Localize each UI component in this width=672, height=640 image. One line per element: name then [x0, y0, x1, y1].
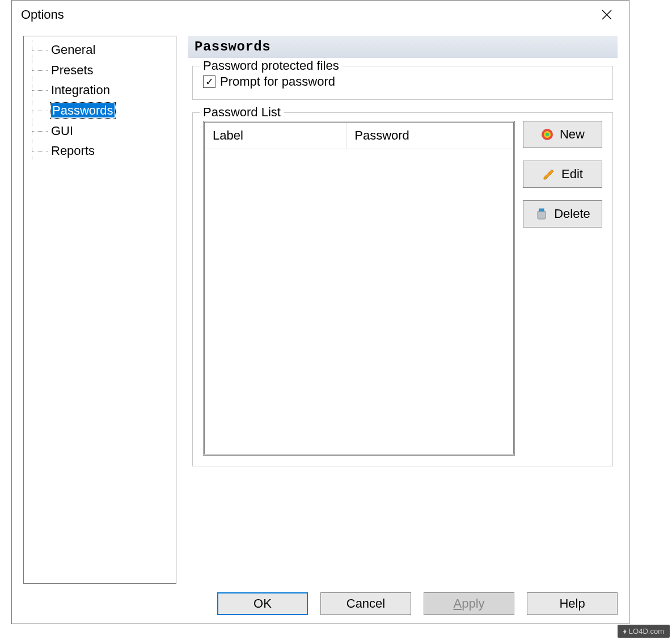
delete-button[interactable]: Delete — [523, 200, 602, 228]
panel-body: Password protected files ✓ Prompt for pa… — [188, 58, 618, 584]
close-icon — [602, 10, 612, 20]
svg-rect-6 — [539, 209, 544, 211]
ok-button[interactable]: OK — [217, 592, 308, 615]
checkbox-label: Prompt for password — [220, 74, 335, 89]
tree-item-reports[interactable]: Reports — [28, 141, 171, 161]
options-tree: General Presets Integration Passwords GU… — [23, 36, 176, 584]
group-password-protected: Password protected files ✓ Prompt for pa… — [192, 66, 613, 100]
panel-heading: Passwords — [188, 36, 618, 58]
tree-item-presets[interactable]: Presets — [28, 60, 171, 81]
group-legend: Password protected files — [200, 58, 343, 73]
password-table[interactable]: Label Password — [203, 121, 515, 456]
new-button[interactable]: New — [523, 121, 602, 148]
pencil-icon — [542, 167, 556, 181]
dialog-footer: OK Cancel Apply Help — [12, 584, 629, 624]
window-title: Options — [21, 7, 594, 22]
tree-item-gui[interactable]: GUI — [28, 121, 171, 141]
column-label[interactable]: Label — [205, 123, 346, 149]
options-dialog: Options General Presets Integration Pass… — [11, 0, 629, 624]
help-button[interactable]: Help — [527, 592, 618, 615]
checkbox-icon: ✓ — [203, 75, 215, 88]
svg-rect-5 — [538, 211, 546, 219]
new-icon — [540, 128, 554, 141]
password-list-content: Label Password New — [203, 121, 602, 456]
tree-item-general[interactable]: General — [28, 40, 171, 60]
dialog-content: General Presets Integration Passwords GU… — [12, 29, 629, 584]
settings-panel: Passwords Password protected files ✓ Pro… — [188, 36, 618, 584]
group-password-list: Password List Label Password — [192, 112, 613, 466]
edit-button[interactable]: Edit — [523, 161, 602, 188]
close-button[interactable] — [594, 2, 620, 28]
titlebar: Options — [12, 1, 629, 29]
column-password[interactable]: Password — [346, 123, 513, 149]
apply-button: Apply — [424, 592, 514, 615]
trash-icon — [535, 207, 548, 221]
watermark: ♦ LO4D.com — [618, 625, 670, 638]
prompt-password-checkbox[interactable]: ✓ Prompt for password — [203, 74, 602, 89]
group-legend: Password List — [200, 105, 284, 120]
tree-item-passwords[interactable]: Passwords — [28, 100, 171, 121]
svg-point-4 — [546, 133, 549, 136]
table-header: Label Password — [205, 123, 513, 149]
list-buttons: New Edit — [523, 121, 602, 456]
tree-item-integration[interactable]: Integration — [28, 80, 171, 100]
cancel-button[interactable]: Cancel — [320, 592, 411, 615]
